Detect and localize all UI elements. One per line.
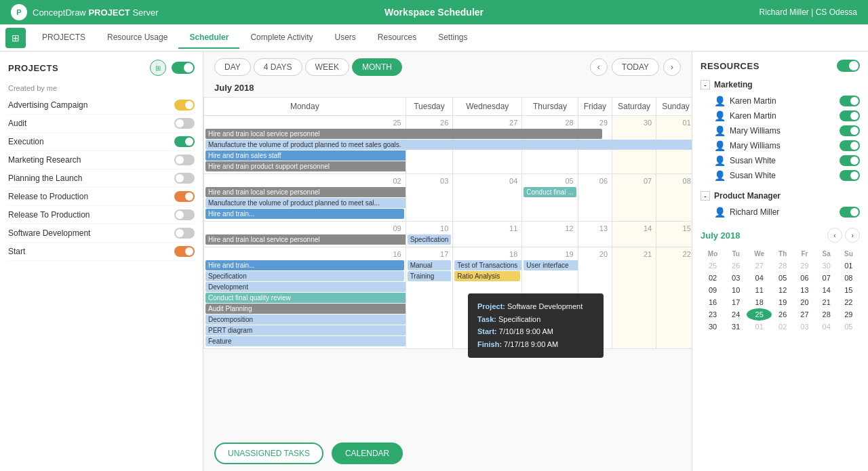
today-btn[interactable]: TODAY (612, 58, 659, 76)
mini-cal-date[interactable]: 11 (747, 284, 772, 296)
cal-cell[interactable]: 07 (612, 174, 656, 222)
mini-cal-date[interactable]: 01 (837, 260, 860, 272)
tab-settings[interactable]: Settings (427, 27, 478, 49)
mini-cal-date[interactable]: 24 (725, 308, 747, 321)
mini-cal-date[interactable]: 29 (793, 260, 815, 272)
mini-cal-date[interactable]: 20 (793, 296, 815, 308)
prev-month-btn[interactable]: ‹ (590, 58, 608, 76)
tab-resources[interactable]: Resources (367, 27, 427, 49)
mini-cal-date[interactable]: 07 (816, 272, 837, 284)
resource-toggle[interactable] (840, 155, 860, 166)
resource-toggle[interactable] (840, 96, 860, 106)
mini-cal-date[interactable]: 01 (747, 321, 772, 333)
cal-cell[interactable]: 13 (578, 222, 612, 247)
resource-toggle[interactable] (840, 207, 860, 218)
mini-cal-date[interactable]: 04 (747, 272, 772, 284)
mini-cal-date[interactable]: 28 (816, 308, 837, 321)
toggle-start[interactable] (174, 246, 195, 257)
cal-cell[interactable]: 09 Hire and train local service personne… (204, 222, 406, 247)
cal-cell[interactable]: 04 (453, 174, 522, 222)
mini-cal-date[interactable]: 27 (747, 260, 772, 272)
mini-cal-date[interactable]: 04 (816, 321, 837, 333)
mini-prev-btn[interactable]: ‹ (827, 228, 842, 243)
mini-cal-date[interactable]: 02 (701, 272, 725, 284)
mini-cal-date[interactable]: 23 (701, 308, 725, 321)
cal-cell[interactable]: 05 Conduct final ... (522, 174, 578, 222)
mini-cal-date[interactable]: 14 (816, 284, 837, 296)
mini-cal-date[interactable]: 03 (725, 272, 747, 284)
mini-cal-date[interactable]: 15 (837, 284, 860, 296)
mini-cal-date[interactable]: 26 (772, 308, 793, 321)
toggle-audit[interactable] (174, 118, 195, 129)
view-day[interactable]: DAY (214, 58, 251, 76)
expand-marketing-icon[interactable]: - (701, 80, 710, 89)
mini-cal-date[interactable]: 10 (725, 284, 747, 296)
cal-cell[interactable]: 25 Hire and train local service personne… (204, 116, 406, 174)
cal-cell[interactable]: 02 Hire and train local service personne… (204, 174, 406, 222)
next-month-btn[interactable]: › (663, 58, 681, 76)
tab-scheduler[interactable]: Scheduler (178, 27, 239, 49)
mini-cal-date[interactable]: 16 (701, 296, 725, 308)
tab-complete-activity[interactable]: Complete Activity (239, 27, 323, 49)
nav-app-icon[interactable]: ⊞ (5, 28, 26, 48)
mini-cal-date[interactable]: 29 (837, 308, 860, 321)
mini-cal-date[interactable]: 19 (772, 296, 793, 308)
toggle-release-to-production[interactable] (174, 191, 195, 202)
view-4days[interactable]: 4 DAYS (254, 58, 302, 76)
resource-toggle[interactable] (840, 170, 860, 181)
mini-cal-date[interactable]: 05 (772, 272, 793, 284)
mini-cal-date[interactable]: 17 (725, 296, 747, 308)
resources-toggle[interactable] (837, 60, 860, 72)
mini-cal-date[interactable]: 03 (793, 321, 815, 333)
cal-cell[interactable]: 12 (522, 222, 578, 247)
cal-cell[interactable]: 10 Specification (406, 222, 453, 247)
cal-cell[interactable]: 15 (656, 222, 692, 247)
resource-toggle[interactable] (840, 110, 860, 121)
sidebar-toggle[interactable] (172, 62, 195, 74)
mini-cal-date[interactable]: 09 (701, 284, 725, 296)
cal-cell[interactable]: 22 (656, 247, 692, 349)
tab-resource-usage[interactable]: Resource Usage (96, 27, 178, 49)
toggle-release-To-Production[interactable] (174, 209, 195, 220)
mini-cal-date[interactable]: 05 (837, 321, 860, 333)
tab-projects[interactable]: PROJECTS (31, 27, 96, 49)
mini-cal-date[interactable]: 13 (793, 284, 815, 296)
mini-cal-date[interactable]: 18 (747, 296, 772, 308)
mini-cal-date[interactable]: 31 (725, 321, 747, 333)
cal-cell[interactable]: 17 Manual Training (406, 247, 453, 349)
view-month[interactable]: MONTH (352, 58, 402, 76)
cal-cell[interactable]: 21 (612, 247, 656, 349)
mini-cal-date-today[interactable]: 25 (747, 308, 772, 321)
view-week[interactable]: WEEK (305, 58, 349, 76)
mini-cal-date[interactable]: 08 (837, 272, 860, 284)
toggle-planning[interactable] (174, 173, 195, 184)
cal-cell[interactable]: 08 (656, 174, 692, 222)
calendar-btn[interactable]: CALENDAR (332, 443, 403, 464)
toggle-marketing-research[interactable] (174, 155, 195, 165)
mini-cal-date[interactable]: 25 (701, 260, 725, 272)
mini-cal-date[interactable]: 22 (837, 296, 860, 308)
expand-product-manager-icon[interactable]: - (701, 191, 710, 201)
mini-cal-date[interactable]: 30 (816, 260, 837, 272)
toggle-software[interactable] (174, 228, 195, 239)
cal-cell[interactable]: 11 (453, 222, 522, 247)
resource-toggle[interactable] (840, 140, 860, 151)
cal-cell[interactable]: 16 Hire and train... Specification Devel… (204, 247, 406, 349)
cal-cell[interactable]: 03 (406, 174, 453, 222)
mini-next-btn[interactable]: › (845, 228, 860, 243)
mini-cal-date[interactable]: 06 (793, 272, 815, 284)
mini-cal-date[interactable]: 27 (793, 308, 815, 321)
toggle-advertising[interactable] (174, 100, 195, 110)
calendar-wrap[interactable]: Monday Tuesday Wednesday Thursday Friday… (203, 97, 692, 436)
mini-cal-date[interactable]: 21 (816, 296, 837, 308)
unassigned-tasks-btn[interactable]: UNASSIGNED TASKS (214, 443, 323, 464)
cal-cell[interactable]: 06 (578, 174, 612, 222)
mini-cal-date[interactable]: 28 (772, 260, 793, 272)
mini-cal-date[interactable]: 02 (772, 321, 793, 333)
cal-cell[interactable]: 14 (612, 222, 656, 247)
resource-toggle[interactable] (840, 125, 860, 136)
toggle-execution[interactable] (174, 136, 195, 147)
grid-view-icon[interactable]: ⊞ (150, 60, 166, 76)
tab-users[interactable]: Users (323, 27, 366, 49)
mini-cal-date[interactable]: 26 (725, 260, 747, 272)
